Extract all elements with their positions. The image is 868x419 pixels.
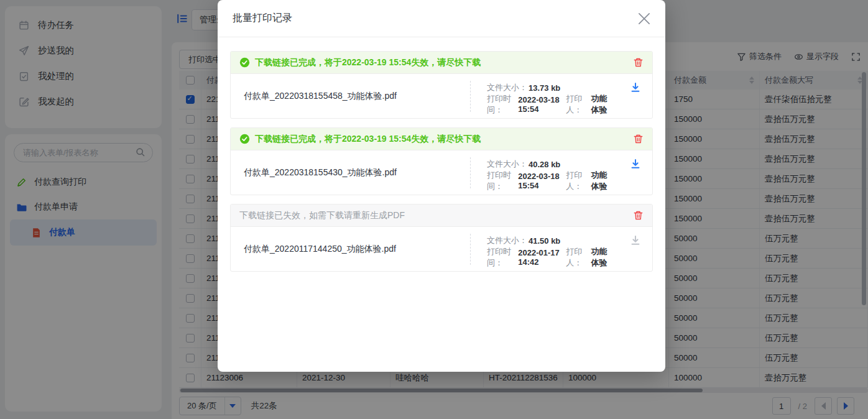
check-circle-icon: [239, 57, 250, 68]
file-size-value: 41.50 kb: [529, 236, 560, 246]
record-meta: 文件大小： 13.73 kb 打印时间： 2022-03-18 15:54 打印…: [471, 74, 652, 118]
modal-header: 批量打印记录: [218, 0, 665, 37]
record-filename: 付款单_20220318155430_功能体验.pdf: [231, 167, 470, 178]
print-time-label: 打印时间：: [487, 170, 517, 192]
close-icon[interactable]: [638, 12, 650, 25]
file-size-value: 40.28 kb: [529, 160, 560, 169]
printer-label: 打印人：: [566, 246, 589, 269]
print-record-list: 下载链接已完成，将于2022-03-19 15:54失效，请尽快下载 付款单_2…: [218, 37, 665, 272]
record-meta: 文件大小： 40.28 kb 打印时间： 2022-03-18 15:54 打印…: [471, 150, 652, 195]
print-record: 下载链接已完成，将于2022-03-19 15:54失效，请尽快下载 付款单_2…: [230, 127, 653, 195]
record-filename: 付款单_20220117144250_功能体验.pdf: [231, 244, 470, 255]
print-record: 下载链接已完成，将于2022-03-19 15:54失效，请尽快下载 付款单_2…: [230, 51, 653, 119]
record-status-banner: 下载链接已失效，如需下载请重新生成PDF: [231, 205, 652, 226]
record-body: 付款单_20220117144250_功能体验.pdf 文件大小： 41.50 …: [231, 226, 652, 271]
record-status-text: 下载链接已失效，如需下载请重新生成PDF: [239, 210, 405, 221]
modal-title: 批量打印记录: [233, 12, 292, 25]
app-root: 待办任务 抄送我的 我处理的 我发起的: [0, 0, 868, 419]
print-record: 下载链接已失效，如需下载请重新生成PDF 付款单_20220117144250_…: [230, 204, 653, 272]
record-status-text: 下载链接已完成，将于2022-03-19 15:54失效，请尽快下载: [255, 57, 481, 68]
print-time-label: 打印时间：: [487, 246, 517, 269]
trash-icon[interactable]: [633, 210, 644, 221]
trash-icon[interactable]: [633, 57, 644, 68]
record-status-banner: 下载链接已完成，将于2022-03-19 15:54失效，请尽快下载: [231, 128, 652, 150]
batch-print-records-modal: 批量打印记录 下载链接已完成，将于2022-03-19 15:54失效，请尽快下…: [218, 0, 665, 372]
file-size-label: 文件大小：: [487, 159, 527, 170]
record-meta: 文件大小： 41.50 kb 打印时间： 2022-01-17 14:42 打印…: [471, 227, 652, 271]
printer-label: 打印人：: [566, 170, 589, 192]
printer-value: 功能体验: [591, 93, 615, 116]
download-icon[interactable]: [630, 82, 641, 93]
check-circle-icon: [239, 134, 250, 144]
record-status-text: 下载链接已完成，将于2022-03-19 15:54失效，请尽快下载: [255, 134, 481, 145]
record-body: 付款单_20220318155458_功能体验.pdf 文件大小： 13.73 …: [231, 73, 652, 118]
download-icon[interactable]: [630, 235, 641, 246]
print-time-value: 2022-03-18 15:54: [518, 172, 566, 190]
printer-value: 功能体验: [591, 246, 615, 269]
record-filename: 付款单_20220318155458_功能体验.pdf: [231, 91, 470, 102]
record-status-banner: 下载链接已完成，将于2022-03-19 15:54失效，请尽快下载: [231, 52, 652, 73]
printer-label: 打印人：: [566, 93, 589, 116]
file-size-value: 13.73 kb: [529, 83, 560, 93]
file-size-label: 文件大小：: [487, 82, 527, 93]
file-size-label: 文件大小：: [487, 235, 527, 246]
printer-value: 功能体验: [591, 170, 615, 192]
download-icon[interactable]: [630, 159, 641, 170]
record-body: 付款单_20220318155430_功能体验.pdf 文件大小： 40.28 …: [231, 150, 652, 195]
print-time-label: 打印时间：: [487, 93, 517, 116]
print-time-value: 2022-01-17 14:42: [518, 248, 566, 267]
trash-icon[interactable]: [633, 134, 644, 144]
print-time-value: 2022-03-18 15:54: [518, 95, 566, 114]
